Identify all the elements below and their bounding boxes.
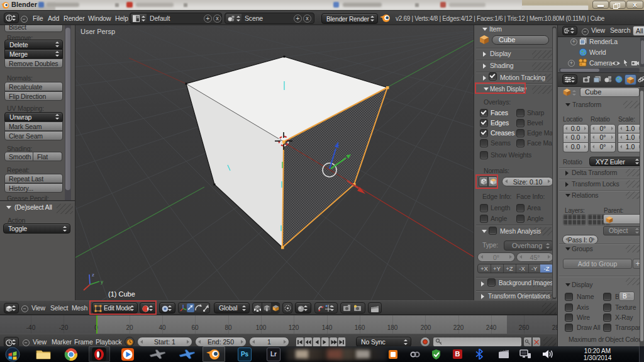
svg-text:(1) Cube: (1) Cube	[108, 290, 135, 298]
svg-text:y: y	[101, 279, 103, 285]
svg-text:z: z	[92, 272, 94, 278]
svg-text:User Persp: User Persp	[80, 28, 115, 35]
